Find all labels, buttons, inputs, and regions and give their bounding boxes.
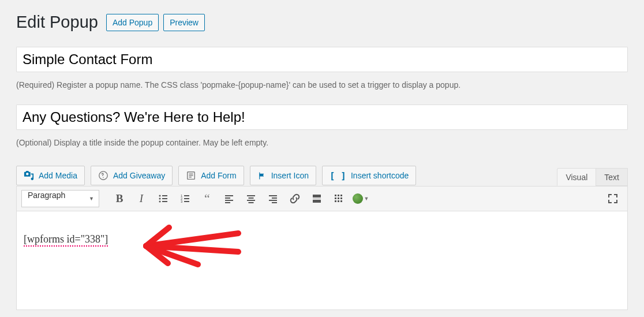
tab-text[interactable]: Text bbox=[596, 168, 628, 186]
arrow-annotation bbox=[134, 223, 244, 269]
svg-rect-17 bbox=[225, 195, 233, 196]
insert-icon-label: Insert Icon bbox=[271, 171, 309, 180]
editor-panel: Paragraph B I 123 “ ▼ bbox=[16, 186, 628, 310]
svg-rect-27 bbox=[269, 200, 277, 201]
insert-shortcode-button[interactable]: [ ] Insert shortcode bbox=[322, 166, 416, 185]
brackets-icon: [ ] bbox=[330, 170, 346, 181]
form-icon bbox=[186, 170, 196, 181]
svg-rect-32 bbox=[335, 195, 336, 196]
add-media-label: Add Media bbox=[39, 171, 77, 180]
svg-rect-24 bbox=[249, 202, 254, 203]
svg-rect-12 bbox=[184, 195, 189, 196]
editor-content-area[interactable]: [wpforms id="338"] bbox=[17, 211, 627, 309]
numbered-list-button[interactable]: 123 bbox=[175, 190, 195, 207]
svg-rect-26 bbox=[272, 197, 277, 199]
bold-button[interactable]: B bbox=[110, 190, 129, 207]
format-dropdown[interactable]: Paragraph bbox=[21, 190, 99, 207]
svg-rect-16 bbox=[184, 201, 189, 202]
svg-rect-33 bbox=[338, 195, 339, 196]
svg-rect-34 bbox=[340, 195, 342, 196]
title-helper-text: (Optional) Display a title inside the po… bbox=[16, 138, 628, 147]
svg-rect-21 bbox=[247, 195, 255, 196]
svg-point-0 bbox=[99, 171, 107, 180]
svg-point-7 bbox=[159, 198, 161, 200]
add-popup-button[interactable]: Add Popup bbox=[106, 14, 159, 31]
add-giveaway-button[interactable]: Add Giveaway bbox=[91, 166, 173, 185]
bullet-list-button[interactable] bbox=[153, 190, 173, 207]
svg-rect-18 bbox=[225, 197, 230, 199]
svg-rect-19 bbox=[225, 200, 233, 201]
popup-title-input[interactable] bbox=[16, 105, 628, 130]
popup-name-input[interactable] bbox=[16, 47, 628, 72]
svg-point-5 bbox=[159, 195, 161, 197]
svg-rect-22 bbox=[249, 197, 254, 199]
tab-visual[interactable]: Visual bbox=[557, 168, 596, 186]
read-more-button[interactable] bbox=[307, 190, 327, 207]
svg-rect-6 bbox=[162, 195, 167, 196]
italic-button[interactable]: I bbox=[132, 190, 151, 207]
editor-toolbar: Paragraph B I 123 “ ▼ bbox=[17, 187, 627, 211]
add-media-button[interactable]: Add Media bbox=[16, 166, 85, 185]
align-left-button[interactable] bbox=[219, 190, 239, 207]
svg-rect-30 bbox=[313, 199, 321, 199]
svg-rect-40 bbox=[340, 200, 342, 202]
link-button[interactable] bbox=[285, 190, 305, 207]
svg-rect-23 bbox=[247, 200, 255, 201]
shortcode-text: [wpforms id="338"] bbox=[24, 233, 108, 247]
name-helper-text: (Required) Register a popup name. The CS… bbox=[16, 80, 628, 89]
svg-rect-10 bbox=[162, 201, 167, 202]
svg-rect-31 bbox=[313, 200, 321, 203]
add-form-button[interactable]: Add Form bbox=[178, 166, 244, 185]
svg-rect-38 bbox=[335, 200, 336, 202]
flag-icon bbox=[257, 171, 267, 180]
fullscreen-button[interactable] bbox=[603, 190, 623, 207]
svg-point-9 bbox=[159, 201, 161, 203]
insert-shortcode-label: Insert shortcode bbox=[351, 171, 409, 180]
align-center-button[interactable] bbox=[241, 190, 261, 207]
align-right-button[interactable] bbox=[263, 190, 283, 207]
insert-icon-button[interactable]: Insert Icon bbox=[250, 166, 316, 185]
blockquote-button[interactable]: “ bbox=[197, 190, 217, 207]
svg-rect-39 bbox=[338, 200, 339, 202]
preview-button[interactable]: Preview bbox=[163, 14, 205, 31]
svg-rect-36 bbox=[338, 197, 339, 199]
chevron-down-icon: ▼ bbox=[364, 196, 369, 202]
svg-rect-14 bbox=[184, 198, 189, 199]
add-form-label: Add Form bbox=[201, 171, 236, 180]
add-giveaway-label: Add Giveaway bbox=[113, 171, 165, 180]
svg-rect-37 bbox=[340, 197, 342, 199]
page-title: Edit Popup bbox=[16, 13, 98, 32]
media-icon bbox=[24, 170, 34, 181]
svg-text:3: 3 bbox=[181, 200, 183, 203]
svg-rect-29 bbox=[313, 195, 321, 197]
giveaway-icon bbox=[98, 170, 108, 181]
svg-rect-35 bbox=[335, 197, 336, 199]
svg-rect-8 bbox=[162, 198, 167, 199]
svg-rect-25 bbox=[269, 195, 277, 196]
svg-rect-28 bbox=[272, 202, 277, 203]
svg-rect-20 bbox=[225, 202, 230, 203]
toolbar-toggle-button[interactable] bbox=[329, 190, 349, 207]
special-button[interactable]: ▼ bbox=[351, 190, 370, 207]
